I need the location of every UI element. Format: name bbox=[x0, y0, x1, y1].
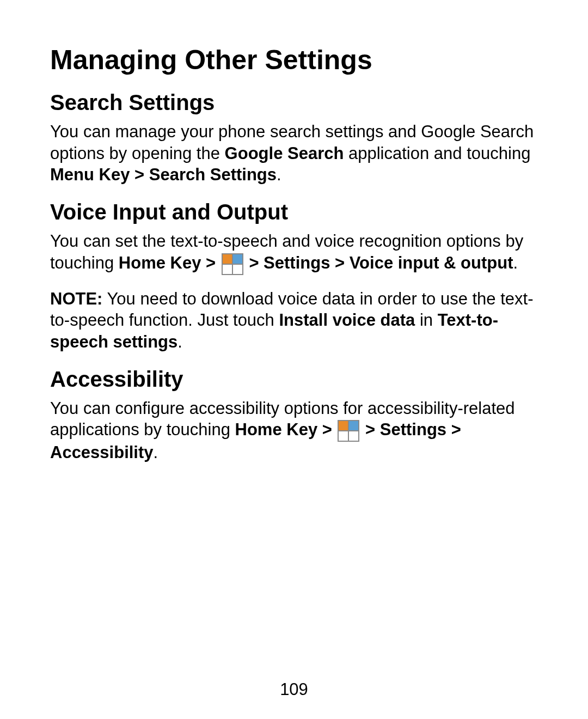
svg-rect-9 bbox=[349, 431, 358, 441]
svg-rect-2 bbox=[233, 254, 242, 264]
svg-rect-4 bbox=[233, 265, 242, 274]
svg-rect-6 bbox=[339, 421, 348, 430]
text: . bbox=[154, 443, 158, 462]
text: . bbox=[513, 253, 518, 272]
text-bold: > Settings > Voice input & output bbox=[244, 253, 513, 272]
text-bold: Google Search bbox=[225, 144, 344, 163]
apps-grid-icon bbox=[222, 253, 243, 275]
heading-voice-input-output: Voice Input and Output bbox=[50, 199, 538, 225]
paragraph-search-settings: You can manage your phone search setting… bbox=[50, 121, 538, 186]
paragraph-voice-note: NOTE: You need to download voice data in… bbox=[50, 288, 538, 353]
svg-rect-7 bbox=[349, 421, 358, 430]
svg-rect-1 bbox=[223, 254, 232, 264]
text-bold: Menu Key > Search Settings bbox=[50, 165, 277, 184]
text: . bbox=[277, 165, 281, 184]
section-voice-input-output: Voice Input and Output You can set the t… bbox=[50, 199, 538, 353]
text: application and touching bbox=[344, 144, 530, 163]
text-bold: Home Key > bbox=[235, 420, 337, 439]
section-accessibility: Accessibility You can configure accessib… bbox=[50, 366, 538, 464]
apps-grid-icon bbox=[338, 420, 359, 442]
text: . bbox=[177, 332, 182, 351]
text-bold: Home Key > bbox=[119, 253, 220, 272]
text-bold: Install voice data bbox=[279, 310, 415, 330]
heading-search-settings: Search Settings bbox=[50, 89, 538, 115]
svg-rect-3 bbox=[223, 265, 232, 274]
paragraph-voice-1: You can set the text-to-speech and voice… bbox=[50, 230, 538, 275]
section-search-settings: Search Settings You can manage your phon… bbox=[50, 89, 538, 186]
heading-accessibility: Accessibility bbox=[50, 366, 538, 392]
text: in bbox=[415, 310, 437, 330]
page-number: 109 bbox=[0, 680, 588, 699]
paragraph-accessibility: You can configure accessibility options … bbox=[50, 398, 538, 464]
note-label: NOTE: bbox=[50, 289, 102, 308]
svg-rect-8 bbox=[339, 431, 348, 441]
page-title: Managing Other Settings bbox=[50, 44, 538, 76]
document-page: Managing Other Settings Search Settings … bbox=[0, 0, 588, 719]
